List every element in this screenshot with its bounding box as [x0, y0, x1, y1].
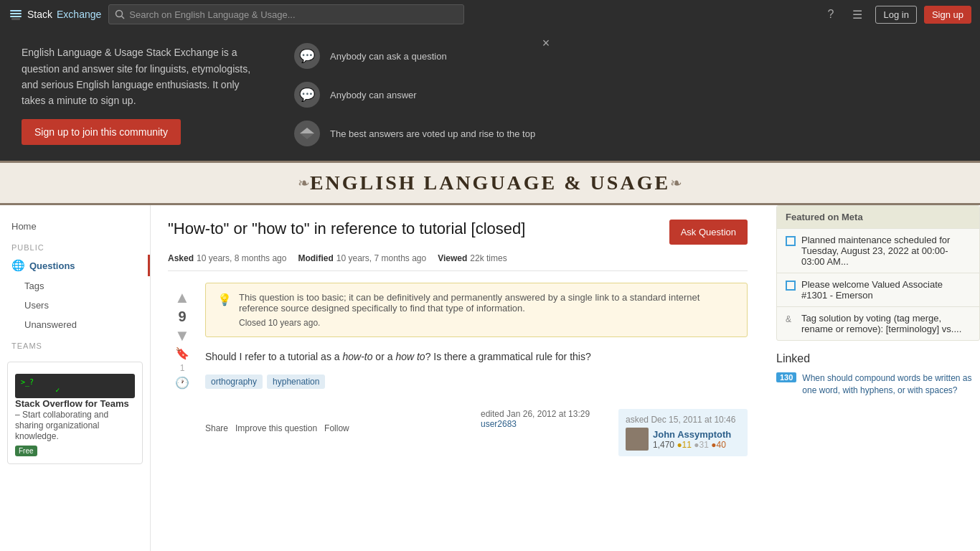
question-header: "How-to" or "how to" in reference to tut… [168, 220, 748, 245]
sidebar-item-home[interactable]: Home [0, 217, 150, 236]
vote-count: 9 [178, 309, 186, 325]
svg-line-5 [122, 17, 125, 19]
banner-feature-3: The best answers are voted up and rise t… [294, 121, 535, 146]
action-links: Share Improve this question Follow [205, 423, 349, 433]
meta-text-1: Planned maintenance scheduled for Tuesda… [801, 235, 971, 267]
tag-list: orthography hyphenation [205, 375, 748, 389]
svg-marker-6 [300, 128, 314, 133]
svg-point-4 [116, 11, 123, 17]
tag-orthography[interactable]: orthography [205, 375, 263, 389]
chat-icon-1: 💬 [294, 43, 320, 69]
tags-label: Tags [24, 281, 44, 291]
modified-meta: Modified 10 years, 7 months ago [298, 253, 426, 263]
improve-link[interactable]: Improve this question [235, 423, 317, 433]
banner-description: English Language & Usage Stack Exchange … [22, 44, 251, 109]
upvote-button[interactable]: ▲ [174, 290, 190, 306]
questions-label: Questions [29, 260, 75, 271]
signup-button[interactable]: Sign up [924, 6, 971, 24]
stackexchange-icon [9, 7, 23, 22]
svg-rect-0 [10, 10, 22, 11]
closed-notice: Closed 10 years ago. [239, 318, 735, 328]
viewed-meta: Viewed 22k times [438, 253, 507, 263]
edit-info: edited Jan 26, 2012 at 13:29 [481, 409, 610, 419]
sidebar: Home PUBLIC 🌐 Questions Tags Users Unans… [0, 205, 151, 551]
bookmark-count: 1 [180, 363, 185, 373]
follow-link[interactable]: Follow [324, 423, 349, 433]
question-body: Should I refer to a tutorial as a how-to… [205, 349, 748, 364]
site-header: ❧ ENGLISH LANGUAGE & USAGE ❧ [0, 161, 980, 205]
editor-name: user2683 [481, 419, 610, 429]
teams-box: >_? ✓ Stack Overflow for Teams – Start c… [7, 362, 143, 464]
unanswered-label: Unanswered [24, 319, 77, 330]
sidebar-item-unanswered[interactable]: Unanswered [0, 315, 150, 334]
teams-terminal: >_? ✓ [15, 374, 135, 398]
sidebar-item-tags[interactable]: Tags [0, 276, 150, 296]
teams-title: Stack Overflow for Teams – Start collabo… [15, 398, 135, 441]
meta-sq-icon-2 [786, 281, 796, 291]
search-bar[interactable] [108, 4, 464, 24]
community-banner: English Language & Usage Stack Exchange … [0, 29, 980, 161]
sidebar-item-questions[interactable]: 🌐 Questions [0, 255, 150, 276]
ask-question-button[interactable]: Ask Question [669, 220, 748, 245]
question-row: ▲ 9 ▼ 🔖 1 🕐 💡 This question is too basic… [168, 283, 748, 456]
question-title: "How-to" or "how to" in reference to tut… [168, 220, 655, 238]
teams-section-label: TEAMS [0, 334, 150, 353]
notice-box: 💡 This question is too basic; it can be … [205, 283, 748, 337]
close-banner-button[interactable]: × [542, 36, 550, 51]
meta-item-1[interactable]: Planned maintenance scheduled for Tuesda… [777, 228, 979, 273]
meta-text-2: Please welcome Valued Associate #1301 - … [801, 279, 971, 301]
meta-item-3[interactable]: & Tag solution by voting (tag merge, ren… [777, 306, 979, 340]
main-layout: Home PUBLIC 🌐 Questions Tags Users Unans… [0, 205, 980, 551]
meta-sq-icon-1 [786, 236, 796, 246]
svg-rect-3 [11, 18, 20, 20]
question-main: 💡 This question is too basic; it can be … [205, 283, 748, 456]
chat-icon-2: 💬 [294, 82, 320, 108]
logo-stack: Stack [27, 9, 52, 20]
question-meta: Asked 10 years, 8 months ago Modified 10… [168, 253, 748, 271]
banner-signup-button[interactable]: Sign up to join this community [22, 119, 181, 145]
linked-score-1: 130 [776, 372, 796, 382]
gold-badges: ●11 [677, 440, 692, 450]
meta-item-2[interactable]: Please welcome Valued Associate #1301 - … [777, 273, 979, 306]
asked-meta: Asked 10 years, 8 months ago [168, 253, 286, 263]
linked-header: Linked [776, 352, 980, 365]
help-button[interactable]: ? [822, 5, 840, 24]
top-nav: StackExchange ? ☰ Log in Sign up [0, 0, 980, 29]
site-title: ENGLISH LANGUAGE & USAGE [310, 171, 670, 194]
tag-hyphenation[interactable]: hyphenation [267, 375, 325, 389]
sidebar-item-users[interactable]: Users [0, 296, 150, 315]
linked-text-1[interactable]: When should compound words be written as… [802, 372, 980, 397]
notice-icon: 💡 [217, 293, 232, 328]
downvote-button[interactable]: ▼ [174, 328, 190, 344]
silver-badges: ●31 [694, 440, 709, 450]
asker-info: John Assymptoth 1,470 ●11 ●31 ●40 [626, 428, 740, 451]
login-button[interactable]: Log in [875, 6, 916, 24]
vote-column: ▲ 9 ▼ 🔖 1 🕐 [168, 283, 197, 456]
banner-description-area: English Language & Usage Stack Exchange … [22, 44, 251, 145]
bookmark-button[interactable]: 🔖 [175, 347, 189, 360]
search-input[interactable] [129, 9, 458, 20]
banner-features: × 💬 Anybody can ask a question 💬 Anybody… [294, 43, 535, 146]
logo-exchange: Exchange [57, 9, 101, 20]
user-cards-row: edited Jan 26, 2012 at 13:29 user2683 as… [481, 409, 748, 456]
meta-tag-icon-3: & [786, 314, 796, 324]
search-icon [115, 9, 125, 19]
notice-text: This question is too basic; it can be de… [239, 292, 735, 314]
vote-icon [294, 121, 320, 146]
right-sidebar: Featured on Meta Planned maintenance sch… [765, 205, 980, 551]
main-content: "How-to" or "how to" in reference to tut… [151, 205, 765, 551]
left-flourish: ❧ [298, 174, 310, 192]
feature-label-3: The best answers are voted up and rise t… [330, 128, 535, 139]
inbox-button[interactable]: ☰ [847, 5, 868, 24]
home-label: Home [11, 221, 37, 232]
site-logo[interactable]: StackExchange [9, 7, 101, 22]
asked-card-label: asked Dec 15, 2011 at 10:46 [626, 415, 740, 425]
asker-name[interactable]: John Assymptoth [653, 429, 731, 440]
svg-marker-7 [300, 133, 314, 139]
history-button[interactable]: 🕐 [175, 376, 189, 390]
share-link[interactable]: Share [205, 423, 228, 433]
globe-icon: 🌐 [11, 259, 25, 272]
asker-card: asked Dec 15, 2011 at 10:46 John Assympt… [618, 409, 748, 456]
asker-avatar [626, 428, 649, 451]
linked-item-1: 130 When should compound words be writte… [776, 372, 980, 397]
